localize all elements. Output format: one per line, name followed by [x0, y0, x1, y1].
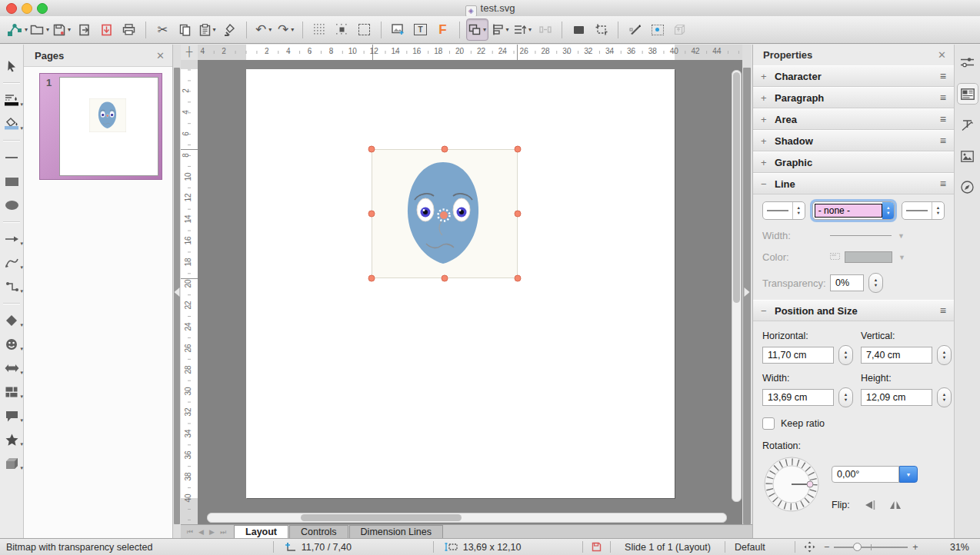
snap-to-grid-icon[interactable]: [332, 19, 352, 40]
chevron-down-icon[interactable]: ▾: [25, 26, 28, 33]
horizontal-position-input[interactable]: 11,70 cm: [762, 347, 834, 364]
stepper[interactable]: ▲▼: [882, 202, 894, 219]
cut-icon[interactable]: ✂: [152, 19, 173, 40]
chevron-down-icon[interactable]: ▾: [528, 26, 532, 33]
section-paragraph[interactable]: + Paragraph ≡: [753, 87, 954, 108]
rotation-dial[interactable]: [762, 455, 821, 513]
open-icon[interactable]: ▾: [29, 19, 50, 40]
export-pdf-icon[interactable]: [96, 19, 117, 40]
collapse-right-arrow-icon[interactable]: [745, 287, 750, 297]
width-input[interactable]: 13,69 cm: [762, 389, 834, 406]
arrow-style-select[interactable]: ▲▼: [902, 201, 945, 220]
keep-ratio-checkbox[interactable]: [762, 417, 775, 430]
rotation-input[interactable]: 0,00°: [832, 466, 899, 483]
tab-dimension-lines[interactable]: Dimension Lines: [349, 525, 443, 539]
draw-logo-icon[interactable]: ▾: [7, 19, 28, 40]
stepper[interactable]: ▲▼: [838, 387, 853, 407]
helplines-icon[interactable]: [354, 19, 375, 40]
line-transparency-input[interactable]: 0%: [830, 274, 864, 291]
scrollbar-thumb[interactable]: [301, 514, 462, 521]
undo-icon[interactable]: ↶▾: [253, 19, 274, 40]
stepper[interactable]: ▲▼: [932, 202, 944, 219]
chevron-down-icon[interactable]: ▾: [20, 370, 23, 376]
zoom-in-icon[interactable]: +: [912, 542, 918, 553]
redo-icon[interactable]: ↷▾: [275, 19, 296, 40]
canvas-vertical-scrollbar[interactable]: [732, 70, 742, 502]
distribute-icon[interactable]: [535, 19, 555, 40]
first-page-icon[interactable]: ⏮: [187, 528, 193, 537]
zoom-out-icon[interactable]: −: [824, 542, 829, 553]
fill-color-tool[interactable]: ▾: [1, 115, 22, 133]
section-menu-icon[interactable]: ≡: [940, 113, 946, 125]
chevron-down-icon[interactable]: ▾: [213, 26, 216, 33]
close-icon[interactable]: ✕: [938, 49, 946, 61]
rotation-dropdown-button[interactable]: ▼: [899, 466, 918, 483]
section-character[interactable]: + Character ≡: [753, 65, 954, 87]
gallery-tab-icon[interactable]: [958, 146, 978, 166]
glue-points-icon[interactable]: [647, 19, 668, 40]
chevron-down-icon[interactable]: ▾: [506, 26, 509, 33]
stepper[interactable]: ▲▼: [838, 345, 853, 365]
zoom-slider[interactable]: − +: [824, 542, 936, 553]
callouts-tool[interactable]: ▾: [1, 407, 22, 425]
line-dash-select[interactable]: - none - ▲▼: [812, 201, 895, 220]
section-menu-icon[interactable]: ≡: [940, 135, 946, 147]
shadow-icon[interactable]: [568, 19, 589, 40]
curve-tool[interactable]: ▾: [1, 254, 22, 272]
line-color-tool[interactable]: ▾: [1, 91, 22, 109]
symbol-shapes-tool[interactable]: ▾: [1, 335, 22, 354]
chevron-down-icon[interactable]: ▾: [268, 26, 272, 33]
previous-page-icon[interactable]: ◀: [198, 528, 204, 536]
select-tool[interactable]: [1, 57, 22, 75]
transformations-icon[interactable]: ▾: [466, 18, 488, 41]
scrollbar-thumb[interactable]: [733, 72, 740, 303]
selected-bitmap-image[interactable]: [372, 149, 518, 278]
basic-shapes-tool[interactable]: ▾: [1, 311, 22, 330]
zoom-slider-knob[interactable]: [853, 543, 862, 551]
clone-formatting-icon[interactable]: [219, 19, 240, 40]
section-menu-icon[interactable]: ≡: [940, 304, 946, 317]
section-position-size[interactable]: − Position and Size ≡: [753, 300, 954, 321]
line-tool[interactable]: [1, 148, 22, 167]
section-area[interactable]: + Area ≡: [753, 108, 954, 130]
selection-handle[interactable]: [515, 146, 522, 153]
right-panel-splitter[interactable]: [742, 45, 752, 538]
selection-handle[interactable]: [515, 211, 522, 218]
tab-layout[interactable]: Layout: [234, 525, 288, 539]
print-icon[interactable]: [118, 19, 139, 40]
flowchart-tool[interactable]: ▾: [1, 383, 22, 401]
copy-icon[interactable]: [175, 19, 195, 40]
properties-tab-icon[interactable]: [957, 83, 978, 105]
selection-handle[interactable]: [442, 275, 448, 282]
chevron-down-icon[interactable]: ▾: [291, 26, 294, 33]
slide-page[interactable]: [246, 69, 675, 498]
ellipse-tool[interactable]: [1, 196, 22, 214]
tab-controls[interactable]: Controls: [289, 525, 348, 539]
chevron-down-icon[interactable]: ▾: [20, 417, 23, 424]
align-objects-icon[interactable]: ▾: [490, 19, 511, 40]
fontwork-icon[interactable]: F: [432, 19, 453, 40]
chevron-down-icon[interactable]: ▾: [483, 26, 486, 33]
section-graphic[interactable]: + Graphic: [753, 151, 954, 173]
threed-objects-tool[interactable]: ▾: [1, 454, 22, 473]
insert-textbox-icon[interactable]: T: [410, 19, 431, 40]
drawing-canvas[interactable]: [198, 60, 742, 524]
chevron-down-icon[interactable]: ▾: [20, 322, 23, 328]
next-page-icon[interactable]: ▶: [209, 528, 215, 536]
chevron-down-icon[interactable]: ▾: [68, 26, 71, 33]
to-3d-icon[interactable]: [669, 19, 690, 40]
close-icon[interactable]: ✕: [156, 50, 165, 61]
stepper[interactable]: ▲▼: [792, 202, 805, 219]
chevron-down-icon[interactable]: ▾: [20, 125, 23, 131]
insert-image-icon[interactable]: [388, 19, 408, 40]
page-thumbnail[interactable]: 1: [40, 74, 162, 179]
save-icon[interactable]: ▾: [52, 19, 72, 40]
connector-tool[interactable]: ▾: [1, 278, 22, 296]
line-style-select[interactable]: ▲▼: [762, 201, 805, 220]
section-menu-icon[interactable]: ≡: [940, 70, 946, 82]
left-panel-splitter[interactable]: [173, 45, 181, 538]
chevron-down-icon[interactable]: ▾: [20, 394, 23, 400]
canvas-horizontal-scrollbar[interactable]: [207, 513, 727, 523]
section-shadow[interactable]: + Shadow ≡: [753, 130, 954, 151]
flip-vertically-icon[interactable]: [864, 500, 875, 510]
